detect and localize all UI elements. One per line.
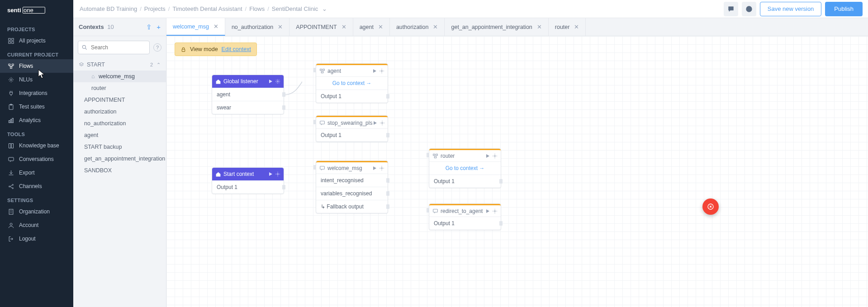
play-icon[interactable] [372,120,378,126]
nav-analytics[interactable]: Analytics [0,113,73,127]
nav-label: Conversations [19,156,54,162]
nav-logout[interactable]: Logout [0,232,73,246]
tree-item-appointment[interactable]: APPOINTMENT [73,94,166,106]
tab-agent[interactable]: agent✕ [353,18,390,36]
download-icon [7,169,14,176]
nav-integrations[interactable]: Integrations [0,86,73,100]
nav-account[interactable]: Account [0,218,73,232]
canvas[interactable]: View mode Edit context Global li [166,36,868,307]
home-icon [215,79,221,85]
breadcrumb-item[interactable]: Timoteeth Dental Assistant [172,5,242,12]
node-welcome-msg[interactable]: welcome_msg intent_recognised variables_… [316,161,388,213]
play-icon[interactable] [372,165,377,171]
tree-item-get-appointment[interactable]: get_an_appointment_integration [73,153,166,165]
nav-export[interactable]: Export [0,166,73,179]
node-row: agent [212,88,284,101]
node-stop-swearing[interactable]: stop_swearing_pls Output 1 [316,115,388,142]
svg-rect-7 [8,64,10,65]
nav-label: Test suites [19,104,45,110]
brain-icon [7,76,14,83]
search-input[interactable] [78,41,150,54]
close-icon[interactable]: ✕ [378,24,383,30]
fab-close-button[interactable] [702,198,719,215]
help-icon[interactable]: ? [153,43,161,52]
chart-icon [7,117,14,124]
gear-icon[interactable] [275,171,280,177]
go-to-context-link[interactable]: Go to context → [429,161,501,175]
add-icon[interactable]: + [157,23,161,31]
grid-icon [7,37,14,44]
tab-authorization[interactable]: authorization✕ [390,18,445,36]
nav-conversations[interactable]: Conversations [0,152,73,166]
node-agent[interactable]: agent Go to context → Output 1 [316,63,388,103]
breadcrumb-item[interactable]: SentiDental Clinic [272,5,318,12]
tree-item-welcome-msg[interactable]: ⌂welcome_msg [73,71,166,82]
nav-flows[interactable]: Flows [0,59,73,73]
comment-button[interactable] [724,2,738,16]
close-icon[interactable]: ✕ [213,23,218,30]
tree-item-router[interactable]: router [73,82,166,94]
node-global-listener[interactable]: Global listener agent swear [212,75,284,114]
tab-appointment[interactable]: APPOINTMENT✕ [289,18,353,36]
nav-channels[interactable]: Channels [0,179,73,193]
tab-get-appointment[interactable]: get_an_appointment_integration✕ [445,18,548,36]
tree-item-agent[interactable]: agent [73,129,166,141]
upload-icon[interactable]: ⇪ [146,23,152,31]
nav-knowledge-base[interactable]: Knowledge base [0,139,73,152]
tab-label: get_an_appointment_integration [451,24,532,30]
cursor-icon [37,69,46,80]
node-row: Output 1 [212,180,284,194]
tab-welcome-msg[interactable]: welcome_msg✕ [166,18,225,36]
tree-group-start[interactable]: START 2⌃ [73,59,166,71]
layers-icon [79,62,84,67]
node-header: stop_swearing_pls [316,116,388,128]
svg-rect-33 [320,166,325,170]
gear-icon[interactable] [379,165,384,171]
gear-icon[interactable] [379,68,384,74]
tab-router[interactable]: router✕ [549,18,586,36]
nav-test-suites[interactable]: Test suites [0,100,73,113]
gear-icon[interactable] [379,120,385,126]
gear-icon[interactable] [275,79,280,84]
svg-rect-3 [8,38,10,40]
close-icon[interactable]: ✕ [278,24,283,30]
node-title: Global listener [223,78,258,85]
nav-nlus[interactable]: NLUs [0,73,73,86]
nav-label: All projects [19,38,46,44]
tree-item-no-authorization[interactable]: no_authorization [73,118,166,129]
tree-item-sandbox[interactable]: SANDBOX [73,165,166,176]
close-icon[interactable]: ✕ [433,24,438,30]
svg-point-29 [381,70,383,71]
node-redirect-to-agent[interactable]: redirect_to_agent Output 1 [429,203,501,230]
node-start-context[interactable]: Start context Output 1 [212,167,284,194]
play-icon[interactable] [485,153,490,159]
play-icon[interactable] [268,171,273,177]
play-icon[interactable] [268,79,273,84]
gear-icon[interactable] [492,153,498,159]
save-button[interactable]: Save new version [760,2,822,16]
tree-item-authorization[interactable]: authorization [73,106,166,118]
close-icon[interactable]: ✕ [537,24,542,30]
tab-no-authorization[interactable]: no_authorization✕ [225,18,289,36]
close-icon[interactable]: ✕ [342,24,346,30]
publish-button[interactable]: Publish [825,2,863,16]
play-icon[interactable] [372,68,377,74]
play-icon[interactable] [485,208,490,214]
go-to-context-link[interactable]: Go to context → [316,76,388,90]
breadcrumb-item[interactable]: Projects [144,5,166,12]
nav-label: Knowledge base [19,142,59,149]
close-icon[interactable]: ✕ [574,24,579,30]
node-row: Output 1 [316,90,388,103]
nav-label: Integrations [19,90,47,96]
node-router[interactable]: router Go to context → Output 1 [429,148,501,188]
nav-all-projects[interactable]: All projects [0,34,73,47]
nav-organization[interactable]: Organization [0,205,73,218]
chevron-down-icon[interactable]: ⌄ [322,5,327,12]
history-button[interactable] [742,2,756,16]
edit-context-link[interactable]: Edit context [222,46,251,52]
flow-icon [7,62,14,70]
breadcrumb-item[interactable]: Flows [249,5,265,12]
tree-item-start-backup[interactable]: START backup [73,141,166,153]
breadcrumb-item[interactable]: Automate BD Training [80,5,137,12]
gear-icon[interactable] [492,208,498,214]
